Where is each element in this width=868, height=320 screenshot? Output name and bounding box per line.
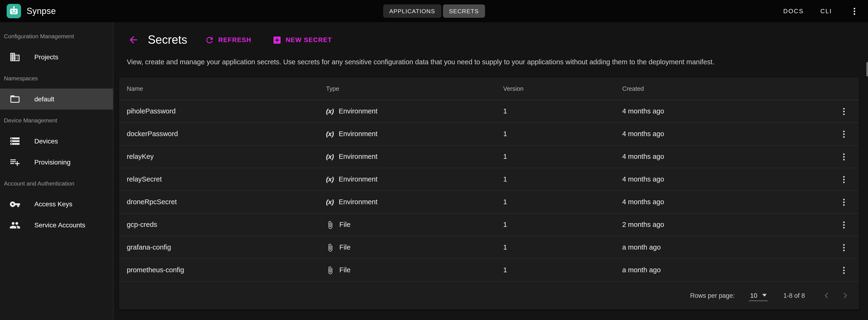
- row-menu-button[interactable]: [835, 217, 852, 233]
- refresh-button[interactable]: REFRESH: [205, 35, 251, 45]
- row-menu-button[interactable]: [835, 126, 852, 142]
- top-tabs: APPLICATIONS SECRETS: [383, 4, 485, 18]
- previous-page-button[interactable]: [817, 286, 836, 305]
- secret-type-label: File: [339, 244, 350, 251]
- group-icon: [9, 220, 21, 231]
- secret-name: relayKey: [127, 153, 326, 160]
- sidebar-item-label: Provisioning: [34, 158, 70, 166]
- sidebar-item-devices[interactable]: Devices: [0, 131, 113, 152]
- page-title: Secrets: [148, 33, 187, 46]
- row-menu-button[interactable]: [835, 262, 852, 279]
- app-viewport: Synpse APPLICATIONS SECRETS DOCS CLI Con…: [0, 0, 868, 320]
- brand-name: Synpse: [27, 6, 56, 16]
- secret-type: File: [326, 221, 503, 229]
- secret-type: (x) Environment: [326, 107, 503, 115]
- tab-applications[interactable]: APPLICATIONS: [383, 4, 441, 18]
- kebab-icon: [839, 243, 848, 252]
- folder-icon: [9, 94, 21, 105]
- scrollbar[interactable]: [866, 62, 868, 76]
- column-type: Type: [326, 85, 503, 92]
- environment-icon: (x): [326, 130, 334, 138]
- sidebar-item-label: default: [34, 95, 54, 103]
- row-menu-button[interactable]: [835, 194, 852, 210]
- secret-type: File: [326, 243, 503, 252]
- kebab-icon: [839, 129, 848, 139]
- table-header: Name Type Version Created: [119, 77, 859, 100]
- secret-type: (x) Environment: [326, 198, 503, 206]
- page-description: View, create and manage your application…: [127, 58, 855, 66]
- sidebar-item-service-accounts[interactable]: Service Accounts: [0, 215, 113, 236]
- sidebar-item-access-keys[interactable]: Access Keys: [0, 194, 113, 215]
- chevron-right-icon: [840, 290, 851, 301]
- kebab-icon: [839, 152, 848, 161]
- sidebar-item-default-namespace[interactable]: default: [0, 89, 113, 110]
- secret-version: 1: [503, 175, 622, 183]
- kebab-icon: [839, 265, 848, 275]
- table-row: prometheus-config File 1 a month ago: [119, 259, 859, 282]
- rows-per-page-select[interactable]: 10: [749, 290, 768, 300]
- secret-created: a month ago: [622, 244, 828, 251]
- add-box-icon: [272, 35, 282, 45]
- overflow-menu-button[interactable]: [848, 5, 860, 17]
- sidebar-item-label: Access Keys: [34, 200, 72, 208]
- tab-secrets[interactable]: SECRETS: [443, 4, 485, 18]
- arrow-back-icon: [128, 34, 139, 45]
- key-icon: [9, 199, 21, 210]
- environment-icon: (x): [326, 198, 334, 206]
- row-menu-button[interactable]: [835, 171, 852, 188]
- topbar-right: DOCS CLI: [783, 5, 861, 17]
- environment-icon: (x): [326, 107, 334, 115]
- table-row: dockerPassword (x) Environment 1 4 month…: [119, 123, 859, 146]
- column-created: Created: [622, 85, 828, 92]
- cli-link[interactable]: CLI: [820, 8, 832, 14]
- back-button[interactable]: [127, 33, 140, 46]
- section-device-management: Device Management: [0, 110, 113, 131]
- brand[interactable]: Synpse: [7, 4, 56, 18]
- file-icon: [326, 266, 334, 274]
- table-row: gcp-creds File 1 2 months ago: [119, 214, 859, 236]
- table-row: grafana-config File 1 a month ago: [119, 236, 859, 259]
- kebab-icon: [850, 6, 859, 16]
- secret-type-label: Environment: [339, 175, 377, 183]
- environment-icon: (x): [326, 175, 334, 183]
- next-page-button[interactable]: [836, 286, 855, 305]
- table-row: piholePassword (x) Environment 1 4 month…: [119, 100, 859, 123]
- chevron-left-icon: [821, 290, 832, 301]
- secret-type: File: [326, 266, 503, 274]
- new-secret-label: NEW SECRET: [286, 37, 332, 43]
- secret-created: 4 months ago: [622, 198, 828, 206]
- refresh-label: REFRESH: [218, 37, 251, 43]
- table-row: relayKey (x) Environment 1 4 months ago: [119, 146, 859, 168]
- kebab-icon: [839, 106, 848, 116]
- caret-down-icon: [762, 294, 767, 297]
- secret-name: grafana-config: [127, 244, 326, 251]
- secret-created: a month ago: [622, 266, 828, 274]
- secret-version: 1: [503, 198, 622, 206]
- row-menu-button[interactable]: [835, 239, 852, 256]
- file-icon: [326, 221, 334, 229]
- kebab-icon: [839, 175, 848, 184]
- sidebar-item-label: Projects: [34, 53, 58, 61]
- kebab-icon: [839, 197, 848, 207]
- pagination-range: 1-8 of 8: [783, 292, 805, 299]
- secret-type-label: Environment: [339, 107, 377, 115]
- secret-created: 4 months ago: [622, 175, 828, 183]
- secret-name: piholePassword: [127, 107, 326, 115]
- sidebar-item-label: Devices: [34, 137, 58, 145]
- secret-version: 1: [503, 244, 622, 251]
- main-content: Secrets REFRESH NEW SECRET View, create …: [114, 22, 868, 320]
- row-menu-button[interactable]: [835, 149, 852, 165]
- secret-name: droneRpcSecret: [127, 198, 326, 206]
- rows-per-page-label: Rows per page:: [690, 292, 735, 299]
- column-version: Version: [503, 85, 622, 92]
- sidebar-item-label: Service Accounts: [34, 221, 85, 229]
- row-menu-button[interactable]: [835, 103, 852, 120]
- section-namespaces: Namespaces: [0, 68, 113, 89]
- sidebar-item-projects[interactable]: Projects: [0, 46, 113, 68]
- sidebar-item-provisioning[interactable]: Provisioning: [0, 152, 113, 173]
- provisioning-icon: [9, 157, 21, 168]
- new-secret-button[interactable]: NEW SECRET: [272, 35, 332, 45]
- secret-created: 4 months ago: [622, 130, 828, 138]
- topbar: Synpse APPLICATIONS SECRETS DOCS CLI: [0, 0, 868, 22]
- docs-link[interactable]: DOCS: [783, 8, 804, 14]
